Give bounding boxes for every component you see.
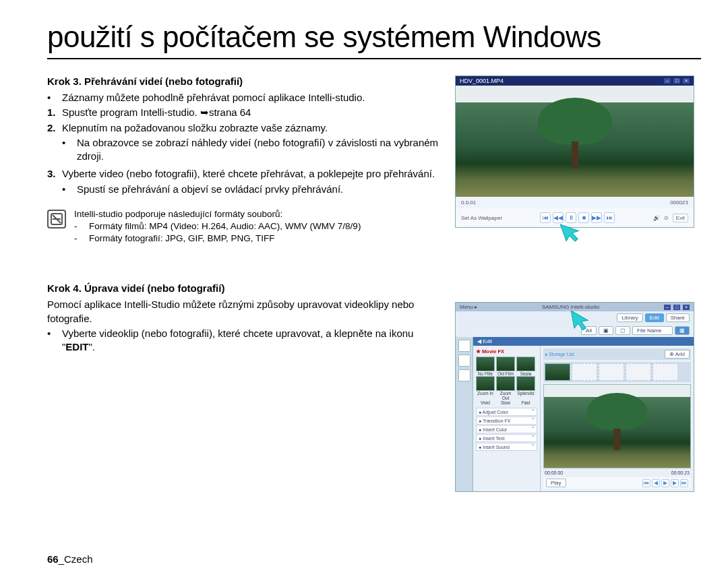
grid-icon[interactable]: ▦ bbox=[675, 326, 690, 335]
time-start: 00:00:00 bbox=[545, 470, 563, 475]
tool-icon[interactable] bbox=[458, 355, 471, 367]
movie-fx-label: ★ Movie FX bbox=[476, 348, 537, 355]
prev-icon[interactable]: ⏮ bbox=[540, 212, 551, 223]
bullet-icon: • bbox=[47, 91, 62, 104]
step3-item1: Spusťte program Intelli-studio. ➥strana … bbox=[62, 106, 442, 119]
edit-header: ◀ Edit bbox=[473, 337, 694, 346]
volume-icon[interactable]: 🔊 bbox=[653, 215, 660, 221]
step-number: 2. bbox=[47, 121, 62, 135]
bullet-icon: • bbox=[47, 327, 62, 355]
tab-edit[interactable]: Edit bbox=[645, 313, 664, 322]
prev-icon[interactable]: ⏮ bbox=[642, 479, 650, 487]
player-video-area[interactable] bbox=[456, 86, 694, 197]
time-current: 0.0.01 bbox=[461, 199, 476, 206]
fx-thumbnail[interactable] bbox=[516, 357, 535, 371]
maximize-icon[interactable]: □ bbox=[673, 305, 680, 310]
opt-insert-color[interactable]: ● Insert Color˅ bbox=[476, 425, 537, 433]
right-column: HDV_0001.MP4 – □ × 0.0.01 000023 Set As … bbox=[455, 75, 698, 492]
player-screenshot: HDV_0001.MP4 – □ × 0.0.01 000023 Set As … bbox=[455, 75, 694, 228]
step3-item3-sub: Spustí se přehrávání a objeví se ovládac… bbox=[77, 183, 442, 196]
left-column: Krok 3. Přehrávání videí (nebo fotografi… bbox=[47, 75, 442, 492]
filter-video-icon[interactable]: ▣ bbox=[599, 326, 613, 335]
page-footer: 66_Czech bbox=[47, 553, 93, 565]
bullet-icon: • bbox=[62, 136, 77, 164]
forward-icon[interactable]: ▶▶ bbox=[591, 212, 602, 223]
editor-menu[interactable]: Menu ▸ bbox=[460, 304, 477, 310]
opt-transition-fx[interactable]: ● Transition FX˅ bbox=[476, 417, 537, 425]
fx-panel: ★ Movie FX No Filte Old Film Sepia bbox=[473, 346, 541, 491]
fx-thumbnail[interactable] bbox=[476, 357, 495, 371]
cursor-icon bbox=[562, 220, 582, 247]
time-total: 000023 bbox=[670, 199, 688, 206]
maximize-icon[interactable]: □ bbox=[673, 78, 680, 84]
fx-thumbnail[interactable] bbox=[496, 376, 515, 391]
clip-placeholder[interactable] bbox=[653, 363, 678, 381]
time-end: 00:00:23 bbox=[671, 470, 690, 475]
set-wallpaper[interactable]: Set As Wallpaper bbox=[461, 215, 502, 221]
clip-placeholder[interactable] bbox=[599, 363, 624, 381]
opt-adjust-color[interactable]: ● Adjust Color˅ bbox=[476, 408, 537, 416]
step3-heading: Krok 3. Přehrávání videí (nebo fotografi… bbox=[47, 75, 442, 87]
exit-button[interactable]: Exit bbox=[673, 214, 688, 222]
play-icon[interactable]: ▶ bbox=[661, 479, 669, 487]
opt-insert-text[interactable]: ● Insert Text˅ bbox=[476, 434, 537, 442]
clip-placeholder[interactable] bbox=[572, 363, 597, 381]
play-button[interactable]: Play bbox=[546, 479, 566, 487]
next-icon[interactable]: ⏭ bbox=[604, 212, 615, 223]
close-icon[interactable]: × bbox=[683, 305, 690, 310]
step-number: 1. bbox=[47, 106, 62, 119]
cursor-icon bbox=[571, 308, 591, 335]
editor-sidebar bbox=[456, 337, 473, 491]
fx-thumbnail[interactable] bbox=[496, 357, 515, 371]
filter-photo-icon[interactable]: ▢ bbox=[615, 326, 630, 335]
clip-placeholder[interactable] bbox=[626, 363, 651, 381]
sort-filename[interactable]: File Name bbox=[632, 326, 673, 335]
step4-bullet1: Vyberte videoklip (nebo fotografii), kte… bbox=[62, 327, 442, 355]
settings-icon[interactable]: ⊙ bbox=[664, 215, 669, 221]
next-icon[interactable]: ⏭ bbox=[680, 479, 688, 487]
minimize-icon[interactable]: – bbox=[664, 305, 671, 310]
close-icon[interactable]: × bbox=[683, 78, 690, 84]
tool-icon[interactable] bbox=[458, 369, 471, 381]
step3-item2: Klepnutím na požadovanou složku zobrazte… bbox=[62, 121, 442, 135]
fx-thumbnail[interactable] bbox=[516, 376, 535, 391]
add-button[interactable]: ⊕ Add bbox=[665, 350, 690, 359]
step3-bullet1: Záznamy můžete pohodlně přehrávat pomocí… bbox=[62, 91, 442, 104]
player-filename: HDV_0001.MP4 bbox=[460, 78, 504, 84]
step4-heading: Krok 4. Úprava videí (nebo fotografií) bbox=[47, 282, 442, 294]
note-icon bbox=[47, 210, 66, 228]
tab-library[interactable]: Library bbox=[617, 313, 642, 322]
minimize-icon[interactable]: – bbox=[664, 78, 671, 84]
rewind-icon[interactable]: ◀ bbox=[652, 479, 660, 487]
step4-paragraph: Pomocí aplikace Intelli-Studio můžete rů… bbox=[47, 298, 442, 326]
preview-video-area[interactable] bbox=[543, 384, 691, 468]
page-title: použití s počítačem se systémem Windows bbox=[47, 20, 701, 59]
fx-thumbnail[interactable] bbox=[476, 376, 495, 391]
opt-insert-sound[interactable]: ● Insert Sound˅ bbox=[476, 443, 537, 451]
step3-item3: Vyberte video (nebo fotografii), které c… bbox=[62, 167, 442, 181]
note-box: Intelli-studio podporuje následující for… bbox=[47, 208, 442, 245]
bullet-icon: • bbox=[62, 183, 77, 196]
step-number: 3. bbox=[47, 167, 62, 181]
svg-marker-2 bbox=[571, 309, 589, 332]
tool-icon[interactable] bbox=[458, 340, 471, 352]
svg-marker-1 bbox=[560, 220, 581, 245]
step3-item2-sub: Na obrazovce se zobrazí náhledy videí (n… bbox=[77, 136, 442, 164]
note-line2: Formáty fotografií: JPG, GIF, BMP, PNG, … bbox=[89, 233, 275, 245]
note-line1: Formáty filmů: MP4 (Video: H.264, Audio:… bbox=[89, 220, 361, 233]
note-line0: Intelli-studio podporuje následující for… bbox=[74, 208, 442, 220]
forward-icon[interactable]: ▶ bbox=[671, 479, 679, 487]
tab-share[interactable]: Share bbox=[666, 313, 690, 322]
clip-thumbnail[interactable] bbox=[545, 363, 570, 381]
